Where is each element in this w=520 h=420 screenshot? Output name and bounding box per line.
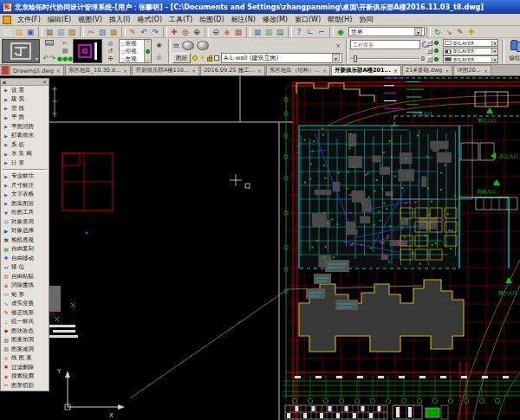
palette-item-图案减洞[interactable]: ▧图案减洞: [1, 345, 49, 354]
menu-item-编辑(E)[interactable]: 编辑(E): [44, 15, 75, 24]
slider-thumb[interactable]: [354, 55, 357, 62]
drawing-tab[interactable]: 东区地库_10.30.d...×: [65, 65, 131, 75]
palette-item-尺寸标注[interactable]: ▶尺寸标注: [1, 181, 49, 191]
publish-icon[interactable]: ▨: [67, 27, 77, 37]
menu-item-绘图(D)[interactable]: 绘图(D): [196, 15, 227, 24]
palette-item-计算[interactable]: ▶计 算: [1, 158, 49, 168]
palette-item-图块改色[interactable]: ◆图块改色: [1, 326, 49, 336]
undo-icon[interactable]: ↶: [139, 27, 149, 37]
menu-item-帮助(H)[interactable]: 帮助(H): [324, 15, 355, 24]
tab-close-icon[interactable]: ×: [56, 68, 61, 74]
drawing-tab[interactable]: 开新俱乐部A楼110...×: [132, 65, 199, 75]
globe-icon[interactable]: ◉: [335, 27, 346, 37]
tab-close-icon[interactable]: ×: [445, 68, 449, 74]
menu-item-视图(V)[interactable]: 视图(V): [75, 15, 106, 24]
layer-button[interactable]: 图层: [172, 53, 191, 63]
menu-item-协同[interactable]: 协同: [355, 15, 376, 24]
palette-collapse-icon[interactable]: ▪: [3, 79, 6, 85]
clipboard-icon[interactable]: ▤: [62, 48, 68, 55]
palette-item-专业标注[interactable]: ▶专业标注: [1, 172, 49, 182]
send-icon[interactable]: ↘: [444, 27, 454, 37]
lock-icon[interactable]: [207, 57, 212, 61]
palette-item-搜索轮廓[interactable]: ◈搜索轮廓: [1, 372, 49, 382]
save-icon[interactable]: ▣: [25, 27, 36, 37]
lineweight-combo[interactable]: BYLAYER ▾: [443, 55, 498, 63]
palette-item-消除重线[interactable]: ≡消除重线: [1, 281, 49, 291]
open-icon[interactable]: ▤: [14, 27, 24, 37]
toggle-lock-icon[interactable]: ⊡: [426, 56, 432, 62]
palette-item-图案加洞[interactable]: ▨图案加洞: [1, 336, 49, 346]
spin-up-icon[interactable]: ⌃: [146, 40, 149, 45]
color-combo[interactable]: BYLAYER ▾: [443, 39, 498, 47]
copy-icon[interactable]: ▧: [97, 27, 107, 37]
palette-close-icon[interactable]: ✕: [42, 79, 47, 85]
tab-close-icon[interactable]: ×: [257, 68, 262, 74]
redline-icon[interactable]: ✎: [455, 27, 465, 37]
undo-arrow-icon[interactable]: ↶: [43, 55, 49, 62]
view-row-俯视[interactable]: ❏俯视: [120, 40, 144, 48]
palette-item-修正线形[interactable]: ✎修正线形: [1, 308, 49, 318]
redo-arrow-icon[interactable]: ↷: [50, 55, 56, 62]
matchprop-icon[interactable]: ✎: [127, 27, 138, 37]
menu-item-插入(I)[interactable]: 插入(I): [106, 15, 134, 24]
tab-close-icon[interactable]: ×: [192, 68, 196, 74]
menu-item-窗口(W)[interactable]: 窗口(W): [291, 15, 324, 24]
palette-item-虹吸雨水[interactable]: ▶虹吸雨水: [1, 132, 49, 141]
drawing-tab[interactable]: Drawing1.dwg×: [10, 65, 64, 75]
toggle-on-icon[interactable]: ⊙: [426, 40, 432, 46]
rotate-icon[interactable]: ↺: [108, 48, 114, 55]
opacity-slider[interactable]: [350, 58, 419, 60]
properties-icon[interactable]: ▩: [233, 27, 244, 37]
tab-close-icon[interactable]: ×: [322, 68, 327, 74]
view-space-combo[interactable]: 世界 ▾: [348, 27, 425, 36]
render-sphere-icon[interactable]: [197, 41, 209, 50]
menu-item-标注(N)[interactable]: 标注(N): [228, 15, 259, 24]
linetype-combo[interactable]: BYLAYER ▾: [443, 48, 498, 55]
layer-combo[interactable]: A-L-wall (建筑立面) ▾: [221, 53, 342, 63]
tab-close-icon[interactable]: ×: [123, 68, 127, 74]
spin-down-icon[interactable]: ⌄: [146, 57, 149, 62]
palette-item-设置[interactable]: ▶设 置: [1, 86, 49, 95]
menu-item-工具(T)[interactable]: 工具(T): [166, 15, 196, 24]
tab-close-icon[interactable]: ×: [393, 68, 398, 74]
marker-icon[interactable]: ✚: [466, 27, 477, 37]
view-row-左视[interactable]: ❏左视: [120, 55, 144, 63]
zoom-window-icon[interactable]: ⊕: [192, 27, 202, 37]
toolpalette-icon[interactable]: ▥: [263, 27, 274, 37]
help-icon[interactable]: ?: [294, 27, 304, 37]
palette-item-相机透视[interactable]: ▣相机透视: [1, 236, 49, 245]
tab-close-icon[interactable]: ×: [484, 68, 488, 74]
zoom-previous-icon[interactable]: ⊖: [211, 27, 221, 37]
block-preview[interactable]: [73, 39, 102, 63]
drawing-area[interactable]: ▪ ✕ ▶设 置▶建 筑▶管 线▶平 面▶平面消防▶虹吸雨水▶系 统▶水 泵 阀…: [0, 76, 520, 420]
layer-stack-icon[interactable]: ≡: [172, 42, 179, 50]
huitu-logo-button[interactable]: ▾: [2, 39, 40, 63]
cut-icon[interactable]: ✂: [86, 27, 96, 37]
palette-item-平面[interactable]: ▶平 面: [1, 113, 49, 123]
toolbar-close-icon[interactable]: ×: [335, 42, 342, 49]
drawing-canvas[interactable]: 小区入口车行入口办公入口货物入口骑行入口YX: [0, 76, 520, 420]
palette-item-自由复制[interactable]: ▤自由复制: [1, 245, 49, 255]
palette-item-平面消防[interactable]: ▶平面消防: [1, 122, 49, 132]
title-bar[interactable]: 拓 北京绘拓时代协同设计管理系统-[用户：张攀明] - [C:\Document…: [0, 0, 520, 14]
palette-item-线图案[interactable]: ≋线 图 案: [1, 354, 49, 364]
palette-item-管线[interactable]: ▶管 线: [1, 104, 49, 113]
redo-icon[interactable]: ↷: [150, 27, 160, 37]
scissors-icon[interactable]: ✂: [62, 40, 68, 47]
view-list-spinner[interactable]: ⌃ ⌄: [144, 40, 151, 62]
designcenter-icon[interactable]: ▦: [252, 27, 263, 37]
ucs-world-icon[interactable]: ⌐: [316, 27, 327, 37]
palette-header[interactable]: ▪ ✕: [1, 79, 49, 86]
stamp-icon[interactable]: [45, 40, 54, 46]
chevron-down-icon[interactable]: ▾: [491, 41, 497, 46]
chevron-down-icon[interactable]: ▾: [332, 54, 340, 61]
drawing-tab[interactable]: 详图20...×: [453, 65, 491, 75]
drawing-tab[interactable]: 2016.09.25 施工...×: [200, 65, 265, 75]
camera-icon[interactable]: ◎: [156, 54, 161, 61]
find-icon[interactable]: ◈: [222, 27, 232, 37]
paste-icon[interactable]: ▩: [108, 27, 119, 37]
dots-icon[interactable]: ●●●: [57, 55, 73, 62]
palette-item-图形切割[interactable]: ✂图形切割: [1, 381, 49, 391]
chevron-down-icon[interactable]: ▾: [36, 55, 38, 61]
pan-hand-icon[interactable]: ✣: [108, 55, 114, 62]
